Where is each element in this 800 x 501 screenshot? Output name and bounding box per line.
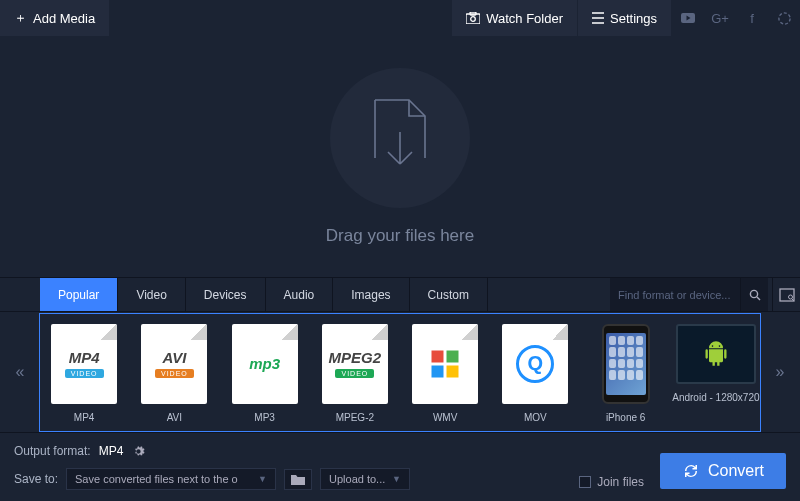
search-wrap [610,278,800,311]
output-format-label: Output format: [14,444,91,458]
dropzone-message: Drag your files here [326,226,474,246]
preset-label: MP4 [74,412,95,423]
preset-mov[interactable]: QMOV [491,320,579,425]
preset-wmv[interactable]: WMV [401,320,489,425]
join-files-label: Join files [597,475,644,489]
convert-button[interactable]: Convert [660,453,786,489]
settings-label: Settings [610,11,657,26]
settings-button[interactable]: Settings [578,0,672,36]
search-button[interactable] [740,278,768,311]
watch-folder-label: Watch Folder [486,11,563,26]
add-media-label: Add Media [33,11,95,26]
browse-folder-button[interactable] [284,469,312,490]
save-to-select[interactable]: Save converted files next to the o ▼ [66,468,276,490]
topbar: ＋ Add Media Watch Folder Settings G+ f [0,0,800,36]
file-drop-icon [330,68,470,208]
folder-icon [291,474,305,485]
join-files-checkbox[interactable]: Join files [579,475,644,489]
google-plus-icon[interactable]: G+ [704,0,736,36]
preset-avi[interactable]: AVIVIDEOAVI [130,320,218,425]
help-icon[interactable] [768,0,800,36]
preset-strip: « MP4VIDEOMP4AVIVIDEOAVImp3MP3MPEG2VIDEO… [0,312,800,432]
dropzone[interactable]: Drag your files here [0,36,800,277]
upload-to-select[interactable]: Upload to... ▼ [320,468,410,490]
watch-folder-button[interactable]: Watch Folder [452,0,578,36]
preset-mpeg-2[interactable]: MPEG2VIDEOMPEG-2 [311,320,399,425]
svg-point-2 [471,17,476,22]
tab-popular[interactable]: Popular [40,278,118,311]
add-media-button[interactable]: ＋ Add Media [0,0,110,36]
svg-point-4 [778,12,789,23]
preset-label: iPhone 6 [606,412,645,423]
search-input[interactable] [610,278,740,311]
preset-android-1280x720[interactable]: Android - 1280x720 [672,320,760,425]
youtube-icon[interactable] [672,0,704,36]
convert-icon [682,462,700,480]
format-tabs: PopularVideoDevicesAudioImagesCustom [0,277,800,312]
expand-search-button[interactable] [772,278,800,311]
preset-label: Android - 1280x720 [672,392,759,403]
chevron-down-icon: ▼ [392,474,401,484]
svg-point-5 [750,290,757,297]
upload-to-label: Upload to... [329,473,385,485]
strip-next-button[interactable]: » [760,363,800,381]
camera-icon [466,12,480,24]
chevron-down-icon: ▼ [258,474,267,484]
preset-label: MP3 [254,412,275,423]
presets-container: MP4VIDEOMP4AVIVIDEOAVImp3MP3MPEG2VIDEOMP… [40,314,760,431]
svg-point-7 [788,295,792,299]
tab-audio[interactable]: Audio [266,278,334,311]
save-to-label: Save to: [14,472,58,486]
preset-label: MOV [524,412,547,423]
preset-mp4[interactable]: MP4VIDEOMP4 [40,320,128,425]
tab-images[interactable]: Images [333,278,409,311]
facebook-icon[interactable]: f [736,0,768,36]
tab-custom[interactable]: Custom [410,278,488,311]
convert-label: Convert [708,462,764,480]
bottombar: Output format: MP4 Save to: Save convert… [0,432,800,501]
preset-label: AVI [167,412,182,423]
preset-label: MPEG-2 [336,412,374,423]
preset-label: WMV [433,412,457,423]
preset-mp3[interactable]: mp3MP3 [221,320,309,425]
output-format-value: MP4 [99,444,124,458]
tab-devices[interactable]: Devices [186,278,266,311]
plus-icon: ＋ [14,9,27,27]
menu-icon [592,12,604,24]
save-to-value: Save converted files next to the o [75,473,238,485]
tab-video[interactable]: Video [118,278,185,311]
strip-prev-button[interactable]: « [0,363,40,381]
checkbox-icon [579,476,591,488]
output-format-settings-button[interactable] [131,444,145,458]
preset-iphone-6[interactable]: iPhone 6 [582,320,670,425]
